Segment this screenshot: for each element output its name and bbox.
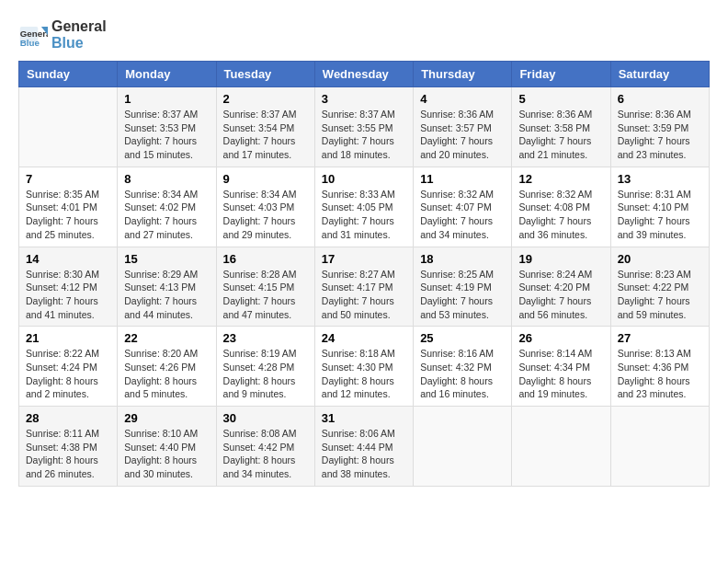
- day-detail: Sunrise: 8:35 AMSunset: 4:01 PMDaylight:…: [26, 188, 110, 242]
- day-number: 27: [618, 331, 702, 345]
- day-number: 8: [124, 172, 209, 186]
- day-detail: Sunrise: 8:08 AMSunset: 4:42 PMDaylight:…: [223, 427, 308, 481]
- calendar-week-row: 1 Sunrise: 8:37 AMSunset: 3:53 PMDayligh…: [19, 87, 710, 167]
- calendar-cell: [610, 407, 709, 487]
- day-detail: Sunrise: 8:37 AMSunset: 3:54 PMDaylight:…: [223, 108, 308, 162]
- calendar-table: SundayMondayTuesdayWednesdayThursdayFrid…: [18, 61, 710, 487]
- calendar-cell: 28 Sunrise: 8:11 AMSunset: 4:38 PMDaylig…: [19, 407, 118, 487]
- calendar-cell: 2 Sunrise: 8:37 AMSunset: 3:54 PMDayligh…: [216, 87, 314, 167]
- calendar-cell: [19, 87, 118, 167]
- day-number: 31: [322, 411, 406, 425]
- calendar-cell: 15 Sunrise: 8:29 AMSunset: 4:13 PMDaylig…: [118, 247, 216, 327]
- calendar-cell: 5 Sunrise: 8:36 AMSunset: 3:58 PMDayligh…: [512, 87, 610, 167]
- calendar-cell: 21 Sunrise: 8:22 AMSunset: 4:24 PMDaylig…: [19, 327, 118, 407]
- calendar-cell: 22 Sunrise: 8:20 AMSunset: 4:26 PMDaylig…: [118, 327, 216, 407]
- day-number: 22: [124, 331, 209, 345]
- day-detail: Sunrise: 8:34 AMSunset: 4:03 PMDaylight:…: [223, 188, 308, 242]
- day-number: 20: [618, 252, 702, 266]
- day-detail: Sunrise: 8:24 AMSunset: 4:20 PMDaylight:…: [518, 268, 603, 322]
- day-detail: Sunrise: 8:36 AMSunset: 3:58 PMDaylight:…: [518, 108, 603, 162]
- calendar-cell: 17 Sunrise: 8:27 AMSunset: 4:17 PMDaylig…: [314, 247, 413, 327]
- day-number: 25: [420, 331, 505, 345]
- calendar-week-row: 14 Sunrise: 8:30 AMSunset: 4:12 PMDaylig…: [19, 247, 710, 327]
- weekday-header-saturday: Saturday: [610, 62, 709, 87]
- calendar-cell: 13 Sunrise: 8:31 AMSunset: 4:10 PMDaylig…: [610, 167, 709, 247]
- weekday-header-thursday: Thursday: [414, 62, 512, 87]
- calendar-cell: 31 Sunrise: 8:06 AMSunset: 4:44 PMDaylig…: [314, 407, 413, 487]
- day-number: 28: [26, 411, 110, 425]
- calendar-cell: 23 Sunrise: 8:19 AMSunset: 4:28 PMDaylig…: [216, 327, 314, 407]
- day-detail: Sunrise: 8:11 AMSunset: 4:38 PMDaylight:…: [26, 427, 110, 481]
- day-number: 12: [518, 172, 603, 186]
- calendar-cell: 14 Sunrise: 8:30 AMSunset: 4:12 PMDaylig…: [19, 247, 118, 327]
- day-number: 11: [420, 172, 505, 186]
- calendar-cell: 11 Sunrise: 8:32 AMSunset: 4:07 PMDaylig…: [414, 167, 512, 247]
- calendar-cell: 25 Sunrise: 8:16 AMSunset: 4:32 PMDaylig…: [414, 327, 512, 407]
- day-detail: Sunrise: 8:19 AMSunset: 4:28 PMDaylight:…: [223, 347, 308, 401]
- svg-text:Blue: Blue: [20, 38, 40, 48]
- day-detail: Sunrise: 8:20 AMSunset: 4:26 PMDaylight:…: [124, 347, 209, 401]
- day-number: 7: [26, 172, 110, 186]
- day-detail: Sunrise: 8:23 AMSunset: 4:22 PMDaylight:…: [618, 268, 702, 322]
- day-number: 17: [322, 252, 406, 266]
- calendar-cell: 3 Sunrise: 8:37 AMSunset: 3:55 PMDayligh…: [314, 87, 413, 167]
- calendar-week-row: 28 Sunrise: 8:11 AMSunset: 4:38 PMDaylig…: [19, 407, 710, 487]
- calendar-cell: 20 Sunrise: 8:23 AMSunset: 4:22 PMDaylig…: [610, 247, 709, 327]
- day-number: 16: [223, 252, 308, 266]
- page-header: General Blue General Blue: [18, 18, 710, 52]
- day-number: 2: [223, 92, 308, 106]
- day-detail: Sunrise: 8:28 AMSunset: 4:15 PMDaylight:…: [223, 268, 308, 322]
- day-detail: Sunrise: 8:22 AMSunset: 4:24 PMDaylight:…: [26, 347, 110, 401]
- calendar-cell: [414, 407, 512, 487]
- day-detail: Sunrise: 8:31 AMSunset: 4:10 PMDaylight:…: [618, 188, 702, 242]
- calendar-cell: 8 Sunrise: 8:34 AMSunset: 4:02 PMDayligh…: [118, 167, 216, 247]
- day-detail: Sunrise: 8:10 AMSunset: 4:40 PMDaylight:…: [124, 427, 209, 481]
- day-number: 14: [26, 252, 110, 266]
- day-number: 3: [322, 92, 406, 106]
- day-number: 6: [618, 92, 702, 106]
- day-number: 13: [618, 172, 702, 186]
- weekday-header-friday: Friday: [512, 62, 610, 87]
- day-detail: Sunrise: 8:37 AMSunset: 3:53 PMDaylight:…: [124, 108, 209, 162]
- day-detail: Sunrise: 8:14 AMSunset: 4:34 PMDaylight:…: [518, 347, 603, 401]
- day-detail: Sunrise: 8:32 AMSunset: 4:07 PMDaylight:…: [420, 188, 505, 242]
- weekday-header-sunday: Sunday: [19, 62, 118, 87]
- logo: General Blue General Blue: [18, 18, 107, 52]
- calendar-cell: 16 Sunrise: 8:28 AMSunset: 4:15 PMDaylig…: [216, 247, 314, 327]
- calendar-cell: 27 Sunrise: 8:13 AMSunset: 4:36 PMDaylig…: [610, 327, 709, 407]
- day-number: 10: [322, 172, 406, 186]
- calendar-cell: 29 Sunrise: 8:10 AMSunset: 4:40 PMDaylig…: [118, 407, 216, 487]
- calendar-cell: 4 Sunrise: 8:36 AMSunset: 3:57 PMDayligh…: [414, 87, 512, 167]
- day-number: 4: [420, 92, 505, 106]
- weekday-header-monday: Monday: [118, 62, 216, 87]
- calendar-cell: 7 Sunrise: 8:35 AMSunset: 4:01 PMDayligh…: [19, 167, 118, 247]
- calendar-cell: 9 Sunrise: 8:34 AMSunset: 4:03 PMDayligh…: [216, 167, 314, 247]
- day-detail: Sunrise: 8:36 AMSunset: 3:59 PMDaylight:…: [618, 108, 702, 162]
- weekday-header-wednesday: Wednesday: [314, 62, 413, 87]
- day-detail: Sunrise: 8:30 AMSunset: 4:12 PMDaylight:…: [26, 268, 110, 322]
- calendar-cell: 1 Sunrise: 8:37 AMSunset: 3:53 PMDayligh…: [118, 87, 216, 167]
- day-number: 9: [223, 172, 308, 186]
- day-detail: Sunrise: 8:37 AMSunset: 3:55 PMDaylight:…: [322, 108, 406, 162]
- calendar-cell: 12 Sunrise: 8:32 AMSunset: 4:08 PMDaylig…: [512, 167, 610, 247]
- day-detail: Sunrise: 8:06 AMSunset: 4:44 PMDaylight:…: [322, 427, 406, 481]
- calendar-cell: 30 Sunrise: 8:08 AMSunset: 4:42 PMDaylig…: [216, 407, 314, 487]
- calendar-cell: 10 Sunrise: 8:33 AMSunset: 4:05 PMDaylig…: [314, 167, 413, 247]
- day-number: 26: [518, 331, 603, 345]
- day-number: 21: [26, 331, 110, 345]
- day-number: 24: [322, 331, 406, 345]
- calendar-cell: 6 Sunrise: 8:36 AMSunset: 3:59 PMDayligh…: [610, 87, 709, 167]
- day-number: 19: [518, 252, 603, 266]
- svg-text:General: General: [20, 29, 48, 39]
- calendar-cell: 26 Sunrise: 8:14 AMSunset: 4:34 PMDaylig…: [512, 327, 610, 407]
- day-number: 23: [223, 331, 308, 345]
- day-detail: Sunrise: 8:27 AMSunset: 4:17 PMDaylight:…: [322, 268, 406, 322]
- day-detail: Sunrise: 8:34 AMSunset: 4:02 PMDaylight:…: [124, 188, 209, 242]
- day-detail: Sunrise: 8:33 AMSunset: 4:05 PMDaylight:…: [322, 188, 406, 242]
- calendar-cell: [512, 407, 610, 487]
- logo-icon: General Blue: [18, 20, 48, 50]
- day-number: 29: [124, 411, 209, 425]
- day-detail: Sunrise: 8:29 AMSunset: 4:13 PMDaylight:…: [124, 268, 209, 322]
- day-number: 30: [223, 411, 308, 425]
- day-detail: Sunrise: 8:36 AMSunset: 3:57 PMDaylight:…: [420, 108, 505, 162]
